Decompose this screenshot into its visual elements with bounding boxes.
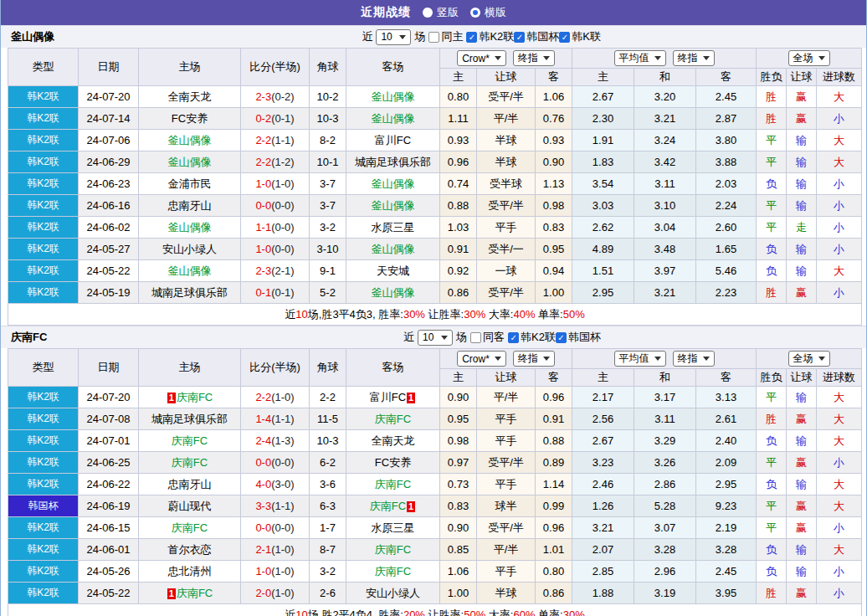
handicap-cell: 平手 — [477, 408, 536, 430]
away-team-cell: 釜山偶像 — [346, 173, 440, 195]
date-cell: 24-06-16 — [79, 195, 139, 217]
away-team-cell: 全南天龙 — [346, 430, 440, 452]
crow-select[interactable]: Crow* — [457, 351, 506, 367]
result-wdl-cell: 平 — [757, 495, 787, 517]
final-odds-2-select[interactable]: 终指 — [673, 50, 715, 66]
result-handicap-cell: 输 — [787, 195, 817, 217]
chevron-down-icon — [818, 56, 825, 60]
table-foot: 近10场,胜2平4负4, 胜率:20% 让胜率:50% 大率:60% 单率:30… — [8, 604, 862, 616]
final-odds-select[interactable]: 终指 — [513, 351, 555, 367]
corners-cell: 10-3 — [310, 430, 346, 452]
sub-col-header-2: 客 — [536, 369, 572, 387]
avg-home-cell: 3.54 — [572, 173, 634, 195]
handicap-cell: 受半球 — [477, 173, 536, 195]
halftime-score: (2-1) — [271, 264, 294, 277]
result-handicap-cell: 走 — [787, 217, 817, 239]
league-checkbox-韩K2联[interactable]: 韩K2联 — [466, 29, 514, 44]
avg-away-cell: 2.87 — [696, 108, 757, 130]
match-row: 韩K2联24-06-01首尔衣恋2-1(1-0)8-7庆南FC0.85平/半1.… — [8, 539, 862, 561]
recent-count-select[interactable]: 10 — [376, 29, 411, 45]
same-venue-filter[interactable]: 同客 — [470, 330, 505, 345]
date-cell: 24-07-20 — [79, 387, 139, 408]
scope-select[interactable]: 全场 — [788, 351, 830, 367]
chevron-down-icon — [654, 56, 661, 60]
summary-text: 近 — [285, 308, 295, 321]
away-team-cell: 釜山偶像 — [346, 195, 440, 217]
fulltime-score: 1-0 — [255, 565, 271, 578]
recent-count-select[interactable]: 10 — [418, 330, 453, 346]
date-cell: 24-05-26 — [79, 561, 139, 583]
league-checkbox-韩K联[interactable]: 韩K联 — [559, 29, 601, 44]
home-team-name: 城南足球俱乐部 — [151, 286, 228, 299]
odds-home-cell: 0.97 — [440, 452, 477, 474]
odds-home-cell: 0.80 — [440, 86, 477, 108]
home-team-name: 全南天龙 — [168, 90, 212, 103]
home-team-cell: 釜山偶像 — [139, 217, 241, 239]
section-header: 釜山偶像 近 10 场 同主 韩K2联韩国杯韩K联 — [1, 25, 866, 48]
league-checkbox-韩国杯[interactable]: 韩国杯 — [514, 29, 559, 44]
average-select[interactable]: 平均值 — [614, 351, 666, 367]
average-select[interactable]: 平均值 — [614, 50, 666, 66]
red-card-badge: 1 — [167, 393, 176, 403]
avg-away-cell: 2.60 — [696, 217, 757, 239]
radio-icon — [470, 8, 480, 18]
avg-away-cell: 2.23 — [696, 282, 757, 304]
scope-select[interactable]: 全场 — [788, 50, 830, 66]
col-header-2: 主场 — [139, 49, 241, 86]
layout-radio-horizontal[interactable]: 横版 — [470, 5, 506, 20]
home-team-cell: 蔚山现代 — [139, 495, 241, 517]
avg-away-cell: 5.46 — [696, 260, 757, 282]
avg-home-cell: 2.67 — [572, 430, 634, 452]
final-odds-2-select[interactable]: 终指 — [673, 351, 715, 367]
corners-cell: 11-5 — [310, 408, 346, 430]
home-team-name: 庆南FC — [177, 391, 213, 403]
avg-away-cell: 3.88 — [696, 151, 757, 173]
select-group-wrap: 全场 — [757, 351, 861, 367]
away-team-name: FC安养 — [375, 456, 411, 469]
type-cell: 韩K2联 — [8, 217, 79, 239]
home-team-name: 庆南FC — [177, 587, 213, 599]
checkbox-icon — [470, 332, 481, 343]
fulltime-score: 0-1 — [255, 286, 271, 299]
halftime-score: (0-2) — [271, 90, 294, 103]
result-goals-cell: 大 — [817, 430, 862, 452]
crow-select[interactable]: Crow* — [457, 50, 506, 66]
halftime-score: (0-0) — [271, 456, 294, 469]
sub-col-header-4: 和 — [634, 369, 696, 387]
checkbox-icon — [514, 32, 525, 43]
away-team-name: 庆南FC — [375, 478, 411, 490]
type-cell: 韩K2联 — [8, 239, 79, 260]
score-cell: 0-0(0-0) — [241, 517, 310, 539]
corners-cell: 3-2 — [310, 217, 346, 239]
result-wdl-cell: 平 — [757, 217, 787, 239]
fulltime-score: 2-3 — [255, 264, 271, 277]
layout-radio-vertical[interactable]: 竖版 — [423, 5, 459, 20]
odds-away-cell: 0.95 — [536, 239, 572, 260]
select-group-0: Crow*终指 — [440, 349, 572, 369]
avg-draw-cell: 3.11 — [634, 408, 696, 430]
away-team-cell: 庆南FC — [346, 474, 440, 495]
same-venue-label: 同主 — [441, 29, 463, 44]
score-cell: 2-0(1-0) — [241, 583, 310, 604]
home-team-cell: 庆南FC — [139, 430, 241, 452]
avg-draw-cell: 3.21 — [634, 108, 696, 130]
final-odds-2-select-value: 终指 — [678, 51, 698, 65]
handicap-cell: 一球 — [477, 260, 536, 282]
league-checkbox-label: 韩国杯 — [526, 29, 559, 44]
avg-home-cell: 2.46 — [572, 474, 634, 495]
summary-text: 单率: — [535, 308, 562, 321]
final-odds-select[interactable]: 终指 — [513, 50, 555, 66]
league-checkbox-韩国杯[interactable]: 韩国杯 — [556, 330, 601, 345]
odds-home-cell: 0.95 — [440, 408, 477, 430]
odds-away-cell: 1.13 — [536, 173, 572, 195]
league-checkbox-韩K2联[interactable]: 韩K2联 — [508, 330, 556, 345]
checkbox-icon — [466, 32, 477, 43]
match-row: 韩K2联24-06-15庆南FC0-0(0-0)1-7水原三星0.90受平/半0… — [8, 517, 862, 539]
result-goals-cell: 小 — [817, 452, 862, 474]
fulltime-score: 0-2 — [255, 112, 271, 125]
select-group-wrap: 平均值终指 — [572, 351, 756, 367]
chevron-down-icon — [703, 56, 710, 60]
score-cell: 2-3(0-2) — [241, 86, 310, 108]
avg-away-cell: 2.03 — [696, 173, 757, 195]
same-venue-filter[interactable]: 同主 — [428, 29, 463, 44]
